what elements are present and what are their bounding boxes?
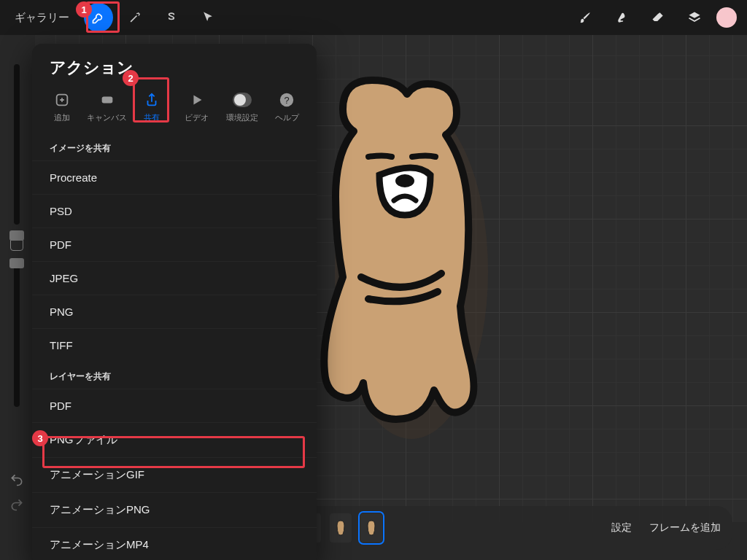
color-swatch-button[interactable] (716, 7, 737, 28)
share-procreate[interactable]: Procreate (32, 160, 317, 194)
section-layer-share: レイヤーを共有 (32, 362, 317, 389)
svg-rect-3 (101, 96, 112, 103)
smudge-icon (614, 10, 629, 25)
toggle-icon (233, 90, 252, 109)
wrench-icon (91, 10, 106, 25)
timeline-frame[interactable] (330, 513, 352, 542)
wand-icon (128, 10, 142, 25)
tab-share[interactable]: 共有 (129, 88, 174, 126)
slider-thumb[interactable] (9, 258, 24, 268)
tab-prefs[interactable]: 環境設定 (220, 88, 265, 126)
timeline-add-frame-button[interactable]: フレームを追加 (649, 521, 721, 534)
share-png[interactable]: PNG (32, 295, 317, 328)
share-layer-png-files[interactable]: PNGファイル (32, 422, 317, 457)
tab-label: キャンバス (87, 112, 127, 123)
share-animated-mp4[interactable]: アニメーションMP4 (32, 527, 317, 560)
tab-add[interactable]: 追加 (39, 88, 85, 126)
tab-label: ビデオ (185, 112, 209, 123)
share-animated-gif[interactable]: アニメーションGIF (32, 457, 317, 492)
share-pdf[interactable]: PDF (32, 228, 317, 261)
actions-wrench-button[interactable] (84, 3, 113, 32)
svg-text:?: ? (285, 95, 290, 106)
opacity-slider[interactable] (14, 261, 20, 407)
brush-size-slider[interactable] (14, 64, 20, 225)
topbar-left: ギャラリー (7, 3, 222, 32)
artwork-bear (299, 66, 503, 459)
actions-tabs: 追加 キャンバス 共有 ビデオ 環境設定 ? ヘルプ (32, 88, 317, 133)
help-icon: ? (277, 90, 296, 109)
share-psd[interactable]: PSD (32, 194, 317, 228)
svg-point-1 (395, 174, 414, 187)
selection-button[interactable] (157, 3, 186, 32)
transform-button[interactable] (193, 3, 222, 32)
tab-label: 共有 (144, 112, 160, 123)
crop-icon (98, 90, 117, 109)
share-jpeg[interactable]: JPEG (32, 261, 317, 295)
timeline-controls: 設定 フレームを追加 (611, 521, 721, 534)
smudge-button[interactable] (607, 3, 636, 32)
redo-icon[interactable] (9, 497, 24, 512)
undo-redo-group (9, 472, 24, 512)
topbar-right (570, 3, 737, 32)
layers-icon (687, 10, 702, 25)
layers-button[interactable] (680, 3, 709, 32)
undo-icon[interactable] (9, 472, 24, 487)
tab-canvas[interactable]: キャンバス (85, 88, 130, 126)
gallery-button[interactable]: ギャラリー (7, 11, 77, 25)
tab-help[interactable]: ? ヘルプ (264, 88, 309, 126)
topbar: ギャラリー (0, 0, 747, 35)
side-slider-column (0, 35, 34, 522)
s-icon (164, 10, 179, 25)
tab-label: 追加 (54, 112, 70, 123)
share-icon (142, 90, 161, 109)
actions-panel: アクション 追加 キャンバス 共有 ビデオ 環境設定 ? ヘルプ イメージを共有… (32, 44, 317, 560)
cursor-icon (201, 10, 215, 25)
timeline-settings-button[interactable]: 設定 (611, 521, 632, 534)
tab-label: 環境設定 (226, 112, 258, 123)
share-layer-pdf[interactable]: PDF (32, 389, 317, 422)
eraser-icon (651, 10, 665, 25)
adjustments-button[interactable] (120, 3, 150, 32)
brush-button[interactable] (570, 3, 600, 32)
panel-title: アクション (32, 57, 317, 88)
share-tiff[interactable]: TIFF (32, 328, 317, 362)
play-icon (187, 90, 206, 109)
brush-icon (578, 10, 592, 25)
share-animated-png[interactable]: アニメーションPNG (32, 492, 317, 527)
plus-box-icon (53, 90, 71, 109)
timeline-frame-selected[interactable] (360, 513, 382, 542)
section-image-share: イメージを共有 (32, 133, 317, 160)
eraser-button[interactable] (643, 3, 673, 32)
tab-video[interactable]: ビデオ (174, 88, 220, 126)
tab-label: ヘルプ (275, 112, 299, 123)
slider-thumb[interactable] (9, 230, 24, 241)
